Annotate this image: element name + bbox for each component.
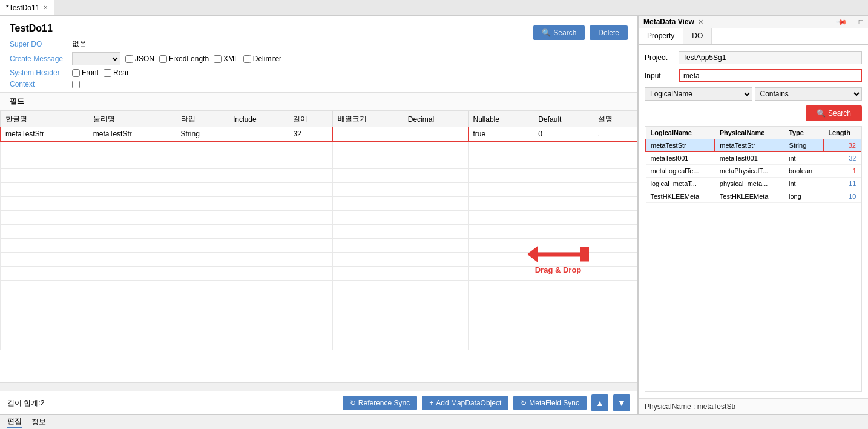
meta-col-length: Length (823, 127, 861, 139)
rear-checkbox-label: Rear (104, 68, 129, 77)
col-nullable: Nullable (468, 111, 533, 127)
rear-checkbox[interactable] (104, 69, 111, 77)
front-checkbox[interactable] (72, 69, 80, 77)
fixedlength-checkbox[interactable] (159, 55, 167, 63)
table-row[interactable] (1, 308, 637, 322)
meta-cell-logical: metaLogicalTe... (646, 165, 715, 178)
table-row[interactable] (1, 197, 637, 211)
rp-search-button[interactable]: 🔍 Search (806, 105, 862, 121)
meta-cell-type: String (784, 139, 823, 152)
meta-table: LogicalName PhysicalName Type Length met… (645, 127, 861, 203)
table-row[interactable] (1, 211, 637, 225)
filter-select[interactable]: LogicalName PhysicalName Type (645, 87, 752, 101)
project-input[interactable] (679, 51, 862, 64)
rp-search-icon: 🔍 (817, 109, 826, 118)
physical-name-bar: PhysicalName : metaTestStr (639, 398, 868, 414)
search-button[interactable]: 🔍 Search (533, 25, 585, 40)
meta-cell-logical: logical_metaT... (646, 178, 715, 190)
json-checkbox[interactable] (125, 55, 133, 63)
context-label: Context (10, 80, 67, 88)
table-row[interactable]: metaTestStr metaTestStr String 32 true 0… (1, 127, 637, 141)
meta-field-sync-button[interactable]: ↻ MetaField Sync (513, 396, 587, 410)
pin-icon[interactable]: 📌 (835, 16, 848, 28)
table-row[interactable] (1, 322, 637, 336)
sync-icon: ↻ (350, 399, 356, 407)
col-korean: 한글명 (1, 111, 88, 127)
field-table: 한글명 물리명 타입 Include 길이 배열크기 Decimal Nulla… (0, 111, 637, 350)
reference-sync-button[interactable]: ↻ Reference Sync (343, 396, 417, 410)
col-physical: 물리명 (88, 111, 176, 127)
minimize-icon[interactable]: ─ (850, 18, 855, 26)
do-title: TestDo11 (10, 23, 281, 34)
close-icon[interactable]: ✕ (698, 18, 703, 26)
delete-button[interactable]: Delete (590, 25, 628, 40)
search-input[interactable] (679, 69, 862, 82)
table-row[interactable] (1, 155, 637, 169)
table-row[interactable] (1, 281, 637, 294)
col-type: 타입 (176, 111, 228, 127)
meta-cell-physical: metaPhysicalT... (715, 165, 784, 178)
cell-include (228, 127, 288, 141)
meta-table-row[interactable]: metaLogicalTe... metaPhysicalT... boolea… (646, 165, 861, 178)
context-checkbox[interactable] (72, 81, 80, 88)
meta-cell-physical: metaTest001 (715, 152, 784, 165)
tab-testdo11[interactable]: *TestDo11 ✕ (0, 0, 54, 15)
move-up-button[interactable]: ▲ (591, 394, 608, 411)
meta-cell-type: long (784, 190, 823, 203)
move-down-button[interactable]: ▼ (613, 394, 630, 411)
create-message-select[interactable] (72, 52, 120, 65)
table-row[interactable] (1, 336, 637, 350)
meta-cell-length: 11 (823, 178, 861, 190)
input-label: Input (645, 72, 674, 80)
meta-cell-logical: metaTestStr (646, 139, 715, 152)
delimiter-checkbox-label: Delimiter (243, 55, 281, 63)
col-decimal: Decimal (403, 111, 468, 127)
fixedlength-checkbox-label: FixedLength (159, 55, 209, 63)
status-info[interactable]: 정보 (31, 417, 46, 427)
super-do-value: 없음 (72, 39, 87, 49)
tab-do[interactable]: DO (683, 28, 712, 44)
meta-col-physical: PhysicalName (715, 127, 784, 139)
meta-table-row[interactable]: TestHKLEEMeta TestHKLEEMeta long 10 (646, 190, 861, 203)
cell-type: String (176, 127, 228, 141)
table-row[interactable] (1, 225, 637, 239)
table-row[interactable] (1, 141, 637, 155)
meta-table-wrapper: LogicalName PhysicalName Type Length met… (645, 126, 862, 392)
meta-cell-length: 10 (823, 190, 861, 203)
tab-testdo11-close[interactable]: ✕ (43, 4, 48, 11)
create-message-label: Create Message (10, 55, 67, 63)
horizontal-scrollbar[interactable] (0, 382, 637, 391)
table-row[interactable] (1, 183, 637, 197)
meta-table-row[interactable]: metaTestStr metaTestStr String 32 (646, 139, 861, 152)
json-checkbox-label: JSON (125, 55, 154, 63)
status-edit[interactable]: 편집 (7, 416, 22, 428)
col-length: 길이 (288, 111, 332, 127)
search-icon: 🔍 (542, 28, 551, 37)
meta-table-row[interactable]: logical_metaT... physical_meta... int 11 (646, 178, 861, 190)
maximize-icon[interactable]: □ (859, 18, 863, 26)
system-header-label: System Header (10, 68, 67, 77)
tab-testdo11-label: *TestDo11 (6, 4, 39, 12)
table-row[interactable] (1, 294, 637, 308)
meta-cell-physical: metaTestStr (715, 139, 784, 152)
cell-physical: metaTestStr (88, 127, 176, 141)
col-desc: 설명 (593, 111, 637, 127)
meta-cell-type: boolean (784, 165, 823, 178)
delimiter-checkbox[interactable] (243, 55, 251, 63)
add-map-data-object-button[interactable]: + Add MapDataObject (422, 396, 508, 410)
cell-desc: . (593, 127, 637, 141)
meta-cell-physical: TestHKLEEMeta (715, 190, 784, 203)
cell-nullable: true (468, 127, 533, 141)
table-row[interactable] (1, 169, 637, 183)
length-total: 길이 합계:2 (7, 398, 44, 408)
tab-property[interactable]: Property (639, 28, 683, 44)
meta-table-row[interactable]: metaTest001 metaTest001 int 32 (646, 152, 861, 165)
meta-sync-icon: ↻ (521, 399, 527, 407)
cell-decimal (403, 127, 468, 141)
meta-col-logical: LogicalName (646, 127, 715, 139)
meta-cell-physical: physical_meta... (715, 178, 784, 190)
contains-select[interactable]: Contains StartsWith EndsWith (755, 87, 863, 101)
col-default: Default (533, 111, 593, 127)
metadata-view-title: MetaData View (643, 18, 694, 26)
xml-checkbox[interactable] (214, 55, 222, 63)
